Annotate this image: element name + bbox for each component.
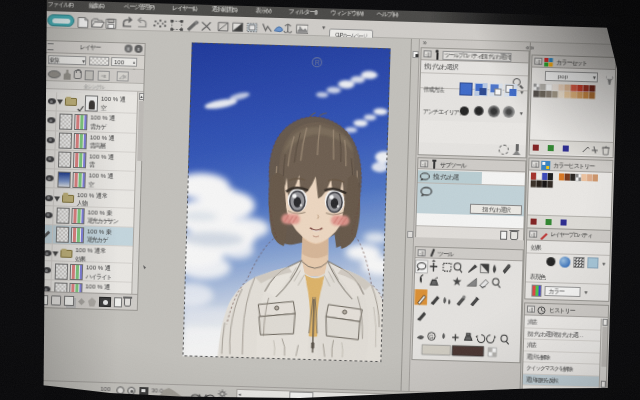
svg-text:R: R — [315, 58, 320, 65]
svg-text:G: G — [429, 334, 433, 340]
